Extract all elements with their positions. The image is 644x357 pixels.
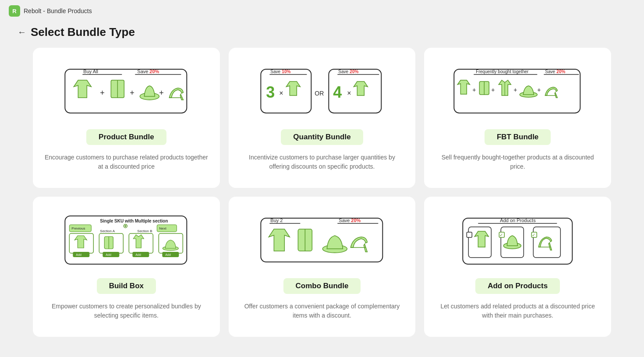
svg-text:Buy 2: Buy 2	[270, 218, 283, 223]
svg-text:4: 4	[333, 83, 342, 101]
combo-bundle-illustration: Buy 2 Save 20%	[239, 207, 405, 273]
svg-text:Section A: Section A	[100, 229, 115, 233]
svg-text:Frequently bought together: Frequently bought together	[476, 69, 529, 74]
product-bundle-card[interactable]: Buy All Save 20% + +	[33, 48, 220, 188]
svg-text:Buy All: Buy All	[83, 69, 98, 74]
svg-text:Previous: Previous	[71, 226, 85, 230]
addon-products-desc: Let customers add related products at a …	[435, 302, 601, 320]
product-bundle-illustration: Buy All Save 20% + +	[43, 58, 209, 124]
svg-text:Next: Next	[159, 226, 166, 230]
svg-text:+: +	[492, 86, 495, 93]
svg-text:Save: Save	[339, 218, 350, 223]
svg-text:20%: 20%	[149, 69, 159, 74]
svg-text:20%: 20%	[557, 69, 566, 74]
product-bundle-desc: Encourage customers to purchase related …	[43, 153, 209, 171]
page-title: Select Bundle Type	[31, 25, 135, 39]
build-box-illustration: Single SKU with Multiple section Previou…	[43, 207, 209, 273]
svg-text:+: +	[100, 88, 105, 97]
svg-text:+: +	[130, 88, 134, 97]
combo-bundle-card[interactable]: Buy 2 Save 20%	[229, 197, 416, 337]
build-box-desc: Empower customers to create personalized…	[43, 302, 209, 320]
svg-text:OR: OR	[315, 90, 324, 97]
svg-text:Add: Add	[135, 253, 141, 256]
svg-text:✓: ✓	[532, 233, 536, 237]
svg-text:Add: Add	[76, 253, 81, 256]
svg-text:20%: 20%	[350, 69, 358, 74]
svg-text:+: +	[159, 88, 164, 97]
svg-text:+: +	[473, 86, 476, 93]
svg-text:✓: ✓	[500, 233, 503, 237]
svg-text:3: 3	[266, 83, 275, 101]
svg-rect-80	[467, 232, 472, 237]
addon-products-illustration: Add on Products ✓	[435, 207, 601, 273]
quantity-bundle-illustration: Save 10% 3 × OR Save 20% 4 ×	[239, 58, 405, 124]
svg-text:Save: Save	[545, 69, 556, 74]
svg-text:20%: 20%	[351, 218, 361, 223]
svg-point-48	[124, 225, 126, 227]
addon-products-label: Add on Products	[475, 278, 560, 294]
build-box-card[interactable]: Single SKU with Multiple section Previou…	[33, 197, 220, 337]
svg-text:Single SKU with Multiple secti: Single SKU with Multiple section	[100, 219, 168, 223]
bundle-type-grid: Buy All Save 20% + +	[15, 48, 629, 354]
combo-bundle-label: Combo Bundle	[283, 278, 361, 294]
svg-text:+: +	[514, 86, 517, 93]
page-header: ← Select Bundle Type	[0, 22, 644, 48]
quantity-bundle-label: Quantity Bundle	[281, 129, 363, 145]
back-button[interactable]: ←	[18, 27, 26, 37]
svg-text:10%: 10%	[282, 69, 290, 74]
svg-text:Add on Products: Add on Products	[500, 218, 536, 223]
svg-text:Save: Save	[270, 69, 280, 74]
svg-text:×: ×	[279, 89, 283, 97]
app-logo: R	[9, 5, 20, 17]
svg-text:Add: Add	[106, 253, 111, 256]
combo-bundle-desc: Offer customers a convenient package of …	[239, 302, 405, 320]
svg-text:+: +	[538, 86, 541, 93]
addon-products-card[interactable]: Add on Products ✓	[424, 197, 611, 337]
svg-text:Save: Save	[338, 69, 348, 74]
product-bundle-label: Product Bundle	[86, 129, 166, 145]
fbt-bundle-desc: Sell frequently bought-together products…	[435, 153, 601, 171]
topbar: R Rebolt - Bundle Products	[0, 0, 644, 22]
fbt-bundle-illustration: Frequently bought together Save 20% + +	[435, 58, 601, 124]
svg-text:Section B: Section B	[137, 229, 152, 233]
fbt-bundle-label: FBT Bundle	[485, 129, 551, 145]
svg-text:Add: Add	[165, 253, 171, 256]
quantity-bundle-desc: Incentivize customers to purchase larger…	[239, 153, 405, 171]
quantity-bundle-card[interactable]: Save 10% 3 × OR Save 20% 4 ×	[229, 48, 416, 188]
svg-text:Save: Save	[137, 69, 148, 74]
build-box-label: Build Box	[97, 278, 156, 294]
svg-rect-85	[534, 227, 561, 258]
fbt-bundle-card[interactable]: Frequently bought together Save 20% + +	[424, 48, 611, 188]
svg-text:×: ×	[347, 89, 351, 97]
app-title: Rebolt - Bundle Products	[24, 7, 92, 14]
